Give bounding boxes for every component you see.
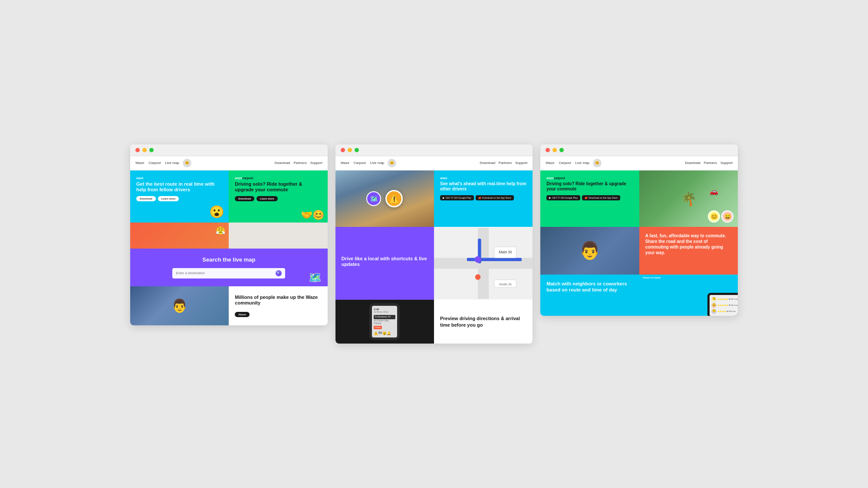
- aerial-scene-icon: 🌴: [681, 191, 697, 206]
- card-cyan-match: Match with neighbors or coworkers based …: [540, 275, 639, 316]
- waze-brand-label: waze: [136, 177, 223, 180]
- search-icon: 🔍: [276, 270, 282, 276]
- carpool-learn-btn-1[interactable]: Learn more: [256, 196, 278, 201]
- phone-mockup: 3:40 1h 50 min, 54 mi To Woodstock, NY V…: [369, 303, 400, 340]
- nav-support-3[interactable]: Support: [720, 161, 733, 165]
- carpool-brand-label-1: wazecarpool: [235, 177, 321, 180]
- row-bottom-1: 👨 Millions of people make up the Waze co…: [130, 286, 328, 325]
- carpool-brand-3: wazecarpool: [546, 177, 633, 180]
- nav-livemap-3[interactable]: Live map: [575, 161, 589, 165]
- city-photo-overlay: 🗺️ ⚠️: [335, 170, 434, 227]
- minimize-dot-3[interactable]: [552, 148, 557, 152]
- nav-partners-1[interactable]: Partners: [293, 161, 306, 165]
- carpool-bubbles: 😊 😄: [708, 210, 733, 223]
- navbar-3: Waze Carpool Live map 😊 Download Partner…: [540, 156, 738, 170]
- nav-carpool-3[interactable]: Carpool: [559, 161, 571, 165]
- match-title: Match with neighbors or coworkers based …: [546, 281, 633, 293]
- svg-text:Main St: Main St: [499, 250, 512, 254]
- waze-download-btn[interactable]: Download: [136, 196, 156, 201]
- nav-carpool-1[interactable]: Carpool: [148, 161, 161, 165]
- card-phone-preview-3: Close to home 😊 ⭐⭐⭐⭐⭐ $6.00 5 min 😄: [639, 275, 738, 316]
- card-city-photo: 🗺️ ⚠️: [335, 170, 434, 227]
- maximize-dot-3[interactable]: [559, 148, 564, 152]
- preview-text-card: Preview driving directions & arrival tim…: [434, 300, 533, 344]
- svg-point-5: [474, 256, 481, 262]
- maximize-dot-2[interactable]: [355, 148, 359, 152]
- nav-badge-icon: 🗺️: [366, 191, 381, 206]
- apple-icon-3: 🍎: [585, 197, 588, 199]
- browser-window-2: Waze Carpool Live map 😊 Download Partner…: [335, 144, 533, 344]
- person-bubble-2: 😄: [721, 210, 733, 223]
- nav-download-3[interactable]: Download: [685, 161, 700, 165]
- navbar-2: Waze Carpool Live map 😊 Download Partner…: [335, 156, 533, 170]
- card-carpool-3: wazecarpool Driving solo? Ride together …: [540, 170, 639, 227]
- nav-waze-1[interactable]: Waze: [135, 161, 144, 165]
- row3-bottom: Match with neighbors or coworkers based …: [540, 275, 738, 316]
- waze-nav-mascot-icon: 🗺️: [309, 272, 322, 284]
- nav-waze-2[interactable]: Waze: [341, 161, 349, 165]
- waze-main-title: Get the best route in real time with hel…: [136, 181, 223, 193]
- apple-icon: 🍎: [478, 197, 481, 199]
- nav-partners-2[interactable]: Partners: [499, 161, 512, 165]
- card-waze-main: waze Get the best route in real time wit…: [130, 170, 229, 223]
- phone-preview-card: 3:40 1h 50 min, 54 mi To Woodstock, NY V…: [335, 300, 434, 344]
- google-play-btn[interactable]: ▶ GET IT ON Google Play: [440, 195, 474, 200]
- waze-learn-btn[interactable]: Learn more: [158, 196, 179, 201]
- screenshots-container: Waze Carpool Live map 😊 Download Partner…: [130, 144, 738, 344]
- map-svg: Main St Smith St: [434, 227, 533, 300]
- waze-mascot-icon: 😮: [209, 205, 224, 219]
- close-dot-3[interactable]: [546, 148, 550, 152]
- see-ahead-brand: waze: [440, 177, 526, 180]
- app-store-btn[interactable]: 🍎 Download on the App Store: [476, 195, 514, 200]
- nav-logo-2: 😊: [388, 159, 396, 167]
- card-community-photo: 👨: [130, 286, 229, 325]
- card-filler-1: [229, 223, 327, 249]
- nav-carpool-2[interactable]: Carpool: [354, 161, 366, 165]
- community-title: Millions of people make up the Waze comm…: [235, 295, 321, 306]
- navbar-1: Waze Carpool Live map 😊 Download Partner…: [130, 156, 328, 170]
- carpool-mascots-icon: 🤝😊: [301, 210, 324, 221]
- minimize-dot-2[interactable]: [348, 148, 352, 152]
- nav-logo-3: 😊: [593, 159, 602, 167]
- row3-mid: 👨 A fast, fun, affordable way to commute…: [540, 227, 738, 275]
- see-ahead-title: See what's ahead with real-time help fro…: [440, 181, 526, 192]
- close-dot[interactable]: [135, 148, 140, 152]
- content-grid-2: 🗺️ ⚠️ waze See what's ahead with real-ti…: [335, 170, 533, 344]
- row-top-1: waze Get the best route in real time wit…: [130, 170, 328, 223]
- card-person-photo: 👨: [540, 227, 639, 275]
- card-search-1: Search the live map 🔍 🗺️: [130, 249, 328, 286]
- carpool-title-1: Driving solo? Ride together & upgrade yo…: [235, 181, 321, 193]
- search-input[interactable]: [176, 271, 276, 275]
- row3-top: wazecarpool Driving solo? Ride together …: [540, 170, 738, 227]
- carpool-btn-row-1: Download Learn more: [235, 196, 321, 201]
- waze-btn-row: Download Learn more: [136, 196, 223, 201]
- person-icon-3: 👨: [579, 240, 601, 261]
- row-phone-preview: 3:40 1h 50 min, 54 mi To Woodstock, NY V…: [335, 300, 533, 344]
- minimize-dot[interactable]: [142, 148, 147, 152]
- nav-support-2[interactable]: Support: [515, 161, 527, 165]
- nav-livemap-2[interactable]: Live map: [370, 161, 384, 165]
- nav-logo-1: 😊: [183, 159, 191, 167]
- about-btn[interactable]: About: [235, 312, 249, 317]
- google-play-btn-3[interactable]: ▶ GET IT ON Google Play: [546, 195, 580, 200]
- search-input-row[interactable]: 🔍: [172, 268, 285, 278]
- app-store-btn-3[interactable]: 🍎 Download on the App Store: [582, 195, 620, 200]
- card-community-text: Millions of people make up the Waze comm…: [229, 286, 327, 325]
- person-bubble-1: 😊: [708, 210, 720, 223]
- nav-download-1[interactable]: Download: [275, 161, 290, 165]
- search-title: Search the live map: [137, 256, 321, 263]
- preview-title: Preview driving directions & arrival tim…: [440, 315, 526, 328]
- phone-screen: 3:40 1h 50 min, 54 mi To Woodstock, NY V…: [372, 306, 397, 337]
- nav-support-1[interactable]: Support: [310, 161, 322, 165]
- maximize-dot[interactable]: [149, 148, 154, 152]
- card-map-preview: Main St Smith St: [434, 227, 533, 300]
- close-dot-2[interactable]: [341, 148, 345, 152]
- carpool-download-btn-1[interactable]: Download: [235, 196, 254, 201]
- nav-waze-3[interactable]: Waze: [546, 161, 554, 165]
- google-play-icon: ▶: [443, 197, 445, 199]
- nav-download-2[interactable]: Download: [480, 161, 496, 165]
- nav-livemap-1[interactable]: Live map: [165, 161, 179, 165]
- nav-partners-3[interactable]: Partners: [704, 161, 717, 165]
- svg-point-6: [475, 274, 481, 280]
- drive-title: Drive like a local with shortcuts & live…: [342, 256, 428, 267]
